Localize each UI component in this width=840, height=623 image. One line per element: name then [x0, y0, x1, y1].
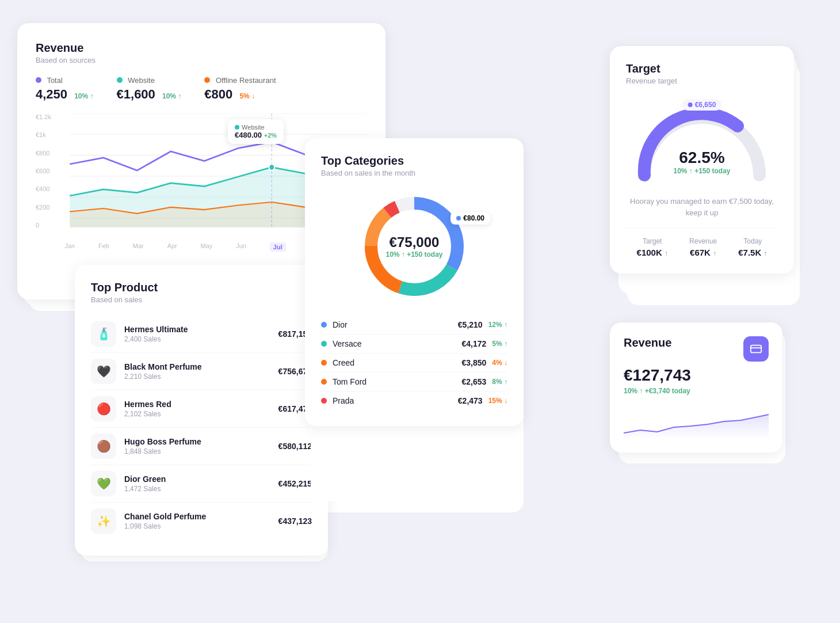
categories-title: Top Categories	[321, 154, 507, 168]
revenue-metrics: Total 4,250 10% ↑ Website €1,600 10% ↑ O…	[36, 76, 367, 102]
product-name: Hermes Red	[124, 400, 270, 409]
revenue-subtitle: Based on sources	[36, 56, 367, 64]
product-image: 🔴	[91, 396, 116, 421]
product-price: €580,112	[278, 442, 312, 451]
product-price: €437,123	[278, 516, 312, 526]
donut-center: €75,000 10% ↑ +150 today	[385, 234, 442, 259]
mini-chart	[624, 404, 769, 439]
category-list: Dior €5,210 12% ↑ Versace €4,172 5% ↑ Cr…	[321, 316, 507, 410]
product-sales: 1,472 Sales	[124, 485, 270, 493]
website-dot	[117, 77, 123, 83]
list-item: ✨ Chanel Gold Perfume 1,098 Sales €437,1…	[91, 503, 312, 540]
list-item: Dior €5,210 12% ↑	[321, 316, 507, 335]
svg-rect-16	[751, 345, 761, 353]
target-badge-value: €6,650	[695, 101, 716, 109]
badge-value: €80.00	[463, 214, 484, 222]
gauge-dot	[688, 102, 693, 107]
product-sales: 2,400 Sales	[124, 335, 270, 343]
tooltip-label: Website	[242, 124, 265, 131]
product-sales: 2,210 Sales	[124, 373, 270, 381]
target-metric-today: Today €7.5K ↑	[738, 237, 767, 257]
top-product-card: Top Product Based on sales 🧴 Hermes Ulti…	[75, 265, 328, 556]
product-sales: 1,848 Sales	[124, 447, 270, 455]
target-title: Target	[626, 62, 778, 75]
website-change: 10% ↑	[162, 92, 181, 100]
list-item: Creed €3,850 4% ↓	[321, 354, 507, 373]
target-metric-target: Target €100K ↑	[637, 237, 668, 257]
product-image: 🖤	[91, 359, 116, 384]
offline-dot	[204, 77, 210, 83]
gauge-badge: €6,650	[682, 99, 722, 111]
target-subtitle: Revenue target	[626, 77, 778, 85]
gauge-center: 62.5% 10% ↑ +150 today	[673, 149, 730, 175]
product-image: 🧴	[91, 321, 116, 347]
website-value: €1,600	[117, 87, 155, 101]
total-dot	[36, 77, 41, 83]
chart-tooltip: Website €480.00 +2%	[228, 119, 284, 144]
product-subtitle: Based on sales	[91, 295, 312, 304]
offline-change: 5% ↓	[239, 92, 255, 100]
total-label: Total	[47, 76, 62, 85]
list-item: Tom Ford €2,653 8% ↑	[321, 373, 507, 392]
metric-total: Total 4,250 10% ↑	[36, 76, 94, 102]
cat-dot	[321, 322, 327, 328]
product-sales: 2,102 Sales	[124, 410, 270, 418]
badge-dot	[456, 216, 461, 221]
donut-value: €75,000	[385, 234, 442, 250]
mini-chart-svg	[624, 404, 769, 439]
rev-small-title: Revenue	[624, 336, 671, 350]
offline-value: €800	[204, 87, 232, 101]
cat-dot	[321, 379, 327, 385]
metric-offline: Offline Restaurant €800 5% ↓	[204, 76, 276, 102]
product-name: Chanel Gold Perfume	[124, 512, 270, 521]
list-item: 🟤 Hugo Boss Perfume 1,848 Sales €580,112	[91, 428, 312, 465]
donut-badge: €80.00	[450, 212, 490, 225]
list-item: 🧴 Hermes Ultimate 2,400 Sales €817,152	[91, 316, 312, 353]
gauge-percentage: 62.5%	[673, 149, 730, 167]
categories-card: Top Categories Based on sales in the mon…	[305, 138, 524, 426]
cat-dot	[321, 398, 327, 404]
svg-marker-18	[624, 415, 769, 439]
list-item: Versace €4,172 5% ↑	[321, 335, 507, 354]
list-item: Prada €2,473 15% ↓	[321, 392, 507, 410]
rev-small-icon	[743, 336, 769, 362]
cat-dot	[321, 341, 327, 347]
product-sales: 1,098 Sales	[124, 522, 270, 530]
tooltip-value: €480.00	[235, 131, 262, 139]
total-value: 4,250	[36, 87, 67, 101]
list-item: 🖤 Black Mont Perfume 2,210 Sales €756,67…	[91, 353, 312, 390]
product-image: 🟤	[91, 434, 116, 459]
product-title: Top Product	[91, 281, 312, 294]
product-image: ✨	[91, 508, 116, 534]
donut-change: 10% ↑ +150 today	[385, 250, 442, 259]
rev-small-change: 10% ↑ +€3,740 today	[624, 387, 769, 395]
product-image: 💚	[91, 471, 116, 496]
gauge-chart: €6,650 62.5% 10% ↑ +150 today	[626, 94, 778, 187]
card-icon	[750, 343, 762, 355]
list-item: 💚 Dior Green 1,472 Sales €452,215	[91, 465, 312, 503]
target-metric-revenue: Revenue €67K ↑	[689, 237, 717, 257]
product-name: Black Mont Perfume	[124, 362, 270, 371]
product-name: Dior Green	[124, 474, 270, 484]
metric-website: Website €1,600 10% ↑	[117, 76, 182, 102]
y-axis-labels: €1.2k €1k €800 €600 €400 €200 0	[36, 113, 51, 240]
tooltip-dot	[235, 125, 239, 130]
rev-small-value: €127,743	[624, 366, 769, 385]
website-label: Website	[128, 76, 155, 85]
target-message: Hooray you managed to earn €7,500 today,…	[626, 196, 778, 218]
categories-subtitle: Based on sales in the month	[321, 169, 507, 177]
revenue-title: Revenue	[36, 41, 367, 55]
tooltip-change: +2%	[264, 132, 277, 139]
target-metrics: Target €100K ↑ Revenue €67K ↑ Today €7.5…	[626, 227, 778, 257]
offline-label: Offline Restaurant	[216, 76, 276, 85]
rev-small-header: Revenue	[624, 336, 769, 362]
product-name: Hugo Boss Perfume	[124, 437, 270, 446]
cat-dot	[321, 360, 327, 366]
gauge-change: 10% ↑ +150 today	[673, 167, 730, 175]
list-item: 🔴 Hermes Red 2,102 Sales €617,475	[91, 390, 312, 428]
svg-point-9	[269, 164, 274, 170]
target-card: Target Revenue target €6,650 62.5% 10% ↑…	[610, 46, 794, 273]
product-list: 🧴 Hermes Ultimate 2,400 Sales €817,152 🖤…	[91, 316, 312, 540]
product-name: Hermes Ultimate	[124, 325, 270, 334]
revenue-small-card: Revenue €127,743 10% ↑ +€3,740 today	[610, 322, 782, 453]
